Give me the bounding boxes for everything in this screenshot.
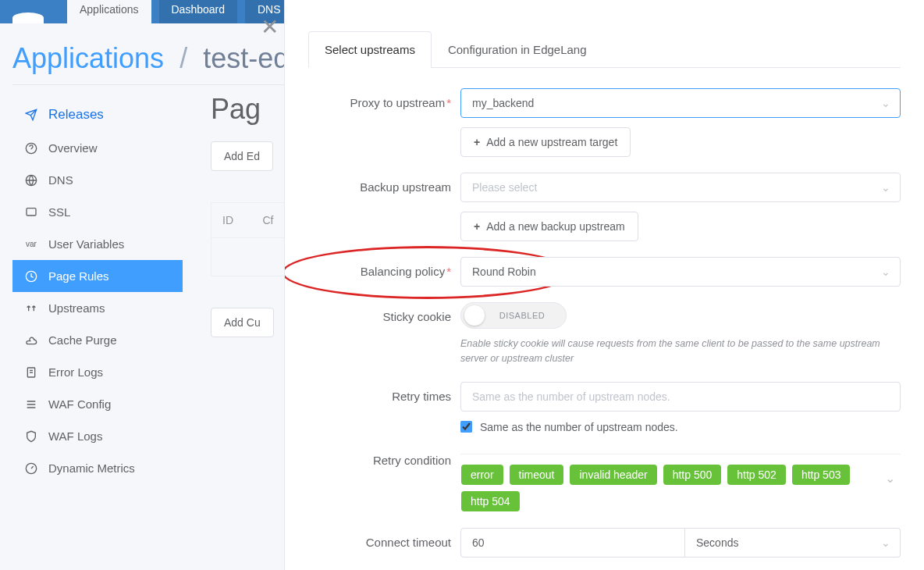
balancing-label: Balancing policy*	[308, 257, 460, 278]
logo	[12, 12, 44, 23]
tab-select-upstreams[interactable]: Select upstreams	[308, 31, 432, 68]
sidebar: Releases Overview DNS SSL var User Varia…	[0, 85, 195, 497]
sidebar-item-label: Cache Purge	[48, 333, 117, 347]
add-upstream-button[interactable]: + Add a new upstream target	[460, 127, 631, 157]
chevron-down-icon: ⌄	[885, 471, 895, 486]
sidebar-item-dns[interactable]: DNS	[12, 164, 183, 196]
tag-http-503[interactable]: http 503	[792, 465, 851, 485]
doc-icon	[25, 366, 37, 379]
sticky-hint: Enable sticky cookie will cause requests…	[460, 337, 901, 366]
sidebar-item-label: Upstreams	[48, 301, 105, 315]
tag-error[interactable]: error	[461, 465, 503, 485]
connect-timeout-label: Connect timeout	[308, 528, 460, 549]
panel-tabs: Select upstreams Configuration in EdgeLa…	[308, 31, 901, 68]
proxy-label: Proxy to upstream*	[308, 88, 460, 109]
clock-icon	[25, 270, 37, 283]
sidebar-item-label: SSL	[48, 205, 70, 219]
sidebar-item-cache-purge[interactable]: Cache Purge	[12, 324, 183, 356]
sticky-label: Sticky cookie	[308, 302, 460, 323]
sidebar-item-label: Dynamic Metrics	[48, 461, 135, 475]
sticky-toggle[interactable]: DISABLED	[460, 302, 567, 329]
sidebar-item-waf-config[interactable]: WAF Config	[12, 388, 183, 420]
sidebar-item-label: WAF Logs	[48, 429, 102, 443]
cloud-icon	[25, 334, 37, 347]
tag-timeout[interactable]: timeout	[510, 465, 564, 485]
sidebar-item-overview[interactable]: Overview	[12, 132, 183, 164]
chevron-down-icon: ⌄	[881, 97, 890, 109]
balancing-policy-select[interactable]: Round Robin ⌄	[460, 257, 901, 287]
close-icon[interactable]: ✕	[261, 14, 279, 40]
question-circle-icon	[25, 142, 37, 155]
proxy-upstream-select[interactable]: my_backend ⌄	[460, 88, 901, 118]
plus-icon: +	[474, 136, 480, 148]
gauge-icon	[25, 462, 37, 475]
var-icon: var	[25, 238, 37, 251]
same-nodes-checkbox[interactable]	[460, 421, 472, 433]
tag-http-504[interactable]: http 504	[461, 491, 520, 511]
certificate-icon	[25, 206, 37, 219]
list-icon	[25, 398, 37, 411]
sidebar-item-user-variables[interactable]: var User Variables	[12, 228, 183, 260]
up-arrows-icon	[25, 302, 37, 315]
toggle-knob	[464, 305, 485, 326]
breadcrumb-root[interactable]: Applications	[12, 42, 164, 74]
tab-edgelang[interactable]: Configuration in EdgeLang	[432, 31, 603, 67]
retry-cond-label: Retry condition	[308, 449, 460, 467]
add-backup-button[interactable]: + Add a new backup upstream	[460, 212, 638, 241]
toggle-state: DISABLED	[485, 311, 566, 320]
sidebar-item-label: Error Logs	[48, 365, 103, 379]
sidebar-item-label: Page Rules	[48, 269, 109, 283]
backup-upstream-select[interactable]: Please select ⌄	[460, 173, 901, 202]
breadcrumb-sep: /	[179, 42, 187, 74]
sidebar-item-label: Overview	[48, 141, 98, 155]
sidebar-item-page-rules[interactable]: Page Rules	[12, 260, 183, 292]
plus-icon: +	[474, 220, 480, 233]
chevron-down-icon: ⌄	[881, 181, 890, 194]
svg-rect-2	[27, 208, 36, 215]
tag-http-502[interactable]: http 502	[727, 465, 786, 485]
sidebar-item-ssl[interactable]: SSL	[12, 196, 183, 228]
sidebar-item-label: Releases	[48, 107, 104, 123]
chevron-down-icon: ⌄	[881, 265, 890, 278]
sidebar-item-releases[interactable]: Releases	[12, 98, 183, 132]
paper-plane-icon	[25, 109, 37, 121]
backup-label: Backup upstream	[308, 173, 460, 194]
retry-condition-select[interactable]: error timeout invalid header http 500 ht…	[460, 464, 901, 512]
sidebar-item-label: User Variables	[48, 237, 124, 251]
sidebar-item-label: DNS	[48, 173, 73, 187]
connect-timeout-unit-select[interactable]: Seconds ⌄	[685, 528, 901, 558]
tab-dashboard[interactable]: Dashboard	[159, 0, 238, 23]
retry-times-input[interactable]	[460, 382, 901, 411]
connect-timeout-input[interactable]	[460, 528, 685, 558]
same-nodes-label: Same as the number of upstream nodes.	[480, 421, 678, 433]
tab-applications[interactable]: Applications	[67, 0, 151, 23]
tag-invalid-header[interactable]: invalid header	[570, 465, 656, 485]
sidebar-item-label: WAF Config	[48, 397, 111, 411]
sidebar-item-upstreams[interactable]: Upstreams	[12, 292, 183, 324]
retry-times-label: Retry times	[308, 382, 460, 403]
shield-icon	[25, 430, 37, 443]
tag-http-500[interactable]: http 500	[663, 465, 722, 485]
globe-icon	[25, 174, 37, 187]
sidebar-item-waf-logs[interactable]: WAF Logs	[12, 420, 183, 452]
config-panel: Select upstreams Configuration in EdgeLa…	[284, 0, 924, 570]
sidebar-item-error-logs[interactable]: Error Logs	[12, 356, 183, 388]
sidebar-item-dynamic-metrics[interactable]: Dynamic Metrics	[12, 452, 183, 484]
col-id: ID	[211, 203, 252, 238]
chevron-down-icon: ⌄	[881, 536, 890, 549]
